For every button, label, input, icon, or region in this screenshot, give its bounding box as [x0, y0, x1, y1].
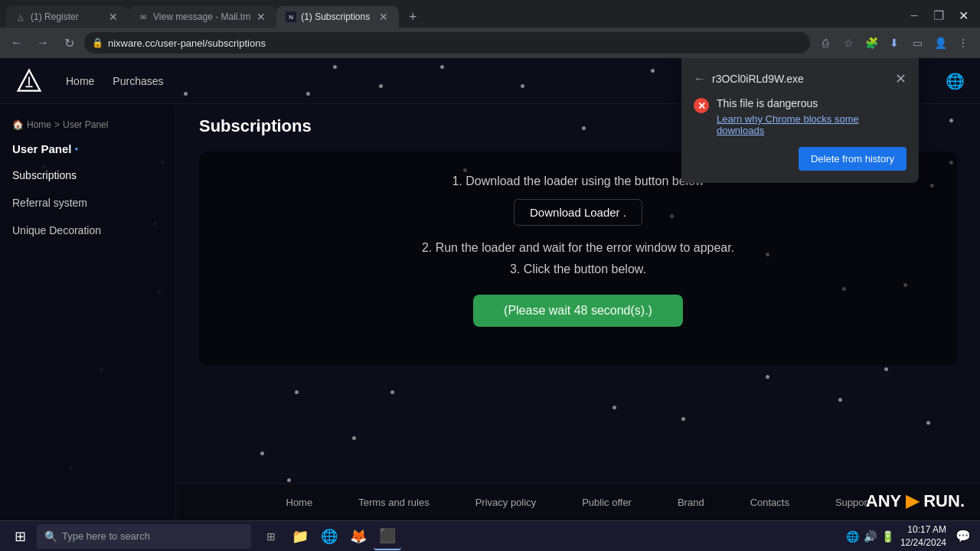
- sidebar: 🏠 Home > User Panel User Panel ● Subscri…: [0, 104, 176, 520]
- split-button[interactable]: ▭: [906, 32, 928, 54]
- breadcrumb: 🏠 Home > User Panel: [0, 119, 175, 142]
- profile-button[interactable]: 👤: [929, 32, 951, 54]
- battery-icon[interactable]: 🔋: [881, 530, 894, 543]
- step2-text: 2. Run the loader and wait for the error…: [214, 241, 942, 255]
- anyrun-suffix: RUN.: [923, 491, 965, 511]
- taskbar-app-firefox[interactable]: 🦊: [345, 523, 372, 550]
- notification-button[interactable]: 💬: [952, 526, 974, 547]
- taskbar-right: 🌐 🔊 🔋 10:17 AM 12/24/2024 💬: [846, 523, 974, 549]
- breadcrumb-separator: >: [54, 119, 60, 130]
- popup-body: ✕ This file is dangerous Learn why Chrom…: [694, 96, 906, 136]
- tab-title-subs: (1) Subscriptions: [301, 11, 373, 22]
- footer-offer[interactable]: Public offer: [582, 497, 632, 508]
- logo-icon: [15, 67, 43, 95]
- sidebar-section-title: User Panel ●: [0, 142, 175, 161]
- sidebar-dot: ●: [75, 145, 79, 152]
- nav-home[interactable]: Home: [66, 75, 94, 87]
- taskbar-app-file-explorer[interactable]: 📁: [286, 523, 314, 550]
- browser-toolbar: ← → ↻ 🔒 nixware.cc/user-panel/subscripti…: [0, 28, 980, 58]
- nav-links: Home Purchases: [66, 75, 164, 87]
- tab-close-subs[interactable]: ✕: [377, 11, 390, 23]
- globe-icon[interactable]: 🌐: [946, 72, 965, 90]
- close-button[interactable]: ✕: [952, 5, 974, 26]
- taskbar-app-edge[interactable]: 🌐: [315, 523, 343, 550]
- sidebar-item-subscriptions[interactable]: Subscriptions: [0, 161, 175, 189]
- tab-favicon-subs: N: [286, 11, 296, 22]
- anyrun-play-icon: ▶: [906, 491, 919, 511]
- search-icon: 🔍: [44, 530, 57, 543]
- breadcrumb-current: User Panel: [63, 119, 108, 130]
- share-button[interactable]: ⎙: [815, 32, 836, 54]
- nav-right: 🌐: [946, 72, 965, 90]
- tab-close-mail[interactable]: ✕: [255, 11, 267, 23]
- taskbar-date: 12/24/2024: [900, 536, 946, 549]
- popup-message-text: This file is dangerous: [717, 97, 818, 109]
- back-button[interactable]: ←: [6, 32, 28, 54]
- site-footer: Home Terms and rules Privacy policy Publ…: [176, 484, 980, 520]
- taskbar-search[interactable]: 🔍 Type here to search: [37, 524, 251, 549]
- sidebar-item-referral[interactable]: Referral system: [0, 189, 175, 217]
- search-placeholder: Type here to search: [62, 530, 150, 542]
- download-box: 1. Download the loader using the button …: [199, 152, 957, 366]
- tab-subscriptions[interactable]: N (1) Subscriptions ✕: [276, 6, 399, 28]
- breadcrumb-home-text: Home: [27, 119, 51, 130]
- taskbar-apps: ⊞ 📁 🌐 🦊 ⬛: [257, 523, 401, 550]
- anyrun-text: ANY: [866, 491, 901, 511]
- tab-title-mail: View message - Mail.tm: [153, 11, 250, 22]
- address-bar[interactable]: 🔒 nixware.cc/user-panel/subscriptions: [84, 32, 810, 54]
- start-button[interactable]: ⊞: [6, 523, 34, 550]
- bookmark-button[interactable]: ☆: [838, 32, 859, 54]
- restore-button[interactable]: ❐: [928, 5, 949, 26]
- sidebar-item-decoration[interactable]: Unique Decoration: [0, 217, 175, 244]
- extensions-button[interactable]: 🧩: [861, 32, 882, 54]
- taskbar-system-icons: 🌐 🔊 🔋: [846, 530, 894, 543]
- forward-button[interactable]: →: [32, 32, 54, 54]
- anyrun-logo: ANY ▶ RUN.: [866, 491, 965, 511]
- breadcrumb-home[interactable]: 🏠: [12, 119, 24, 130]
- step3-text: 3. Click the button below.: [214, 262, 942, 276]
- downloads-button[interactable]: ⬇: [884, 32, 905, 54]
- sidebar-title-text: User Panel: [12, 142, 72, 155]
- download-loader-button[interactable]: Download Loader .: [514, 199, 642, 226]
- popup-filename: r3OCl0iRLd9W.exe: [712, 73, 895, 85]
- lock-icon: 🔒: [92, 37, 103, 48]
- popup-close-button[interactable]: ✕: [895, 70, 906, 87]
- footer-brand[interactable]: Brand: [678, 497, 704, 508]
- website: Home Purchases 🌐 🏠 Home > User Panel Use…: [0, 58, 980, 520]
- wait-button[interactable]: (Please wait 48 second(s).): [473, 295, 683, 327]
- popup-back-button[interactable]: ←: [694, 72, 706, 86]
- tab-title-register: (1) Register: [31, 11, 103, 22]
- minimize-button[interactable]: –: [903, 5, 925, 26]
- volume-icon[interactable]: 🔊: [864, 530, 877, 543]
- tab-register[interactable]: △ (1) Register ✕: [6, 6, 129, 28]
- tab-mail[interactable]: ✉ View message - Mail.tm ✕: [129, 6, 276, 28]
- footer-terms[interactable]: Terms and rules: [358, 497, 429, 508]
- tab-favicon-mail: ✉: [138, 11, 149, 22]
- popup-message-container: This file is dangerous Learn why Chrome …: [717, 96, 906, 136]
- footer-contacts[interactable]: Contacts: [750, 497, 789, 508]
- refresh-button[interactable]: ↻: [58, 32, 80, 54]
- delete-from-history-button[interactable]: Delete from history: [799, 147, 906, 171]
- start-icon: ⊞: [15, 528, 26, 545]
- new-tab-button[interactable]: +: [402, 6, 423, 28]
- taskbar-app-chrome[interactable]: ⬛: [374, 523, 401, 550]
- network-icon[interactable]: 🌐: [846, 530, 859, 543]
- taskbar-clock: 10:17 AM: [900, 523, 946, 536]
- browser-frame: △ (1) Register ✕ ✉ View message - Mail.t…: [0, 0, 980, 551]
- nav-purchases[interactable]: Purchases: [113, 75, 163, 87]
- footer-home[interactable]: Home: [286, 497, 313, 508]
- toolbar-right: ⎙ ☆ 🧩 ⬇ ▭ 👤 ⋮: [815, 32, 974, 54]
- taskbar: ⊞ 🔍 Type here to search ⊞ 📁 🌐 🦊 ⬛ 🌐 🔊 🔋 …: [0, 520, 980, 551]
- popup-learn-more-link[interactable]: Learn why Chrome blocks some downloads: [717, 113, 906, 136]
- browser-titlebar: △ (1) Register ✕ ✉ View message - Mail.t…: [0, 0, 980, 28]
- popup-header: ← r3OCl0iRLd9W.exe ✕: [694, 70, 906, 87]
- taskbar-app-task-view[interactable]: ⊞: [257, 523, 285, 550]
- footer-support[interactable]: Support: [835, 497, 871, 508]
- menu-button[interactable]: ⋮: [952, 32, 974, 54]
- download-warning-popup: ← r3OCl0iRLd9W.exe ✕ ✕ This file is dang…: [681, 58, 919, 183]
- error-icon: ✕: [694, 98, 709, 113]
- tab-close-register[interactable]: ✕: [107, 11, 119, 23]
- address-text: nixware.cc/user-panel/subscriptions: [108, 37, 802, 49]
- footer-privacy[interactable]: Privacy policy: [475, 497, 536, 508]
- site-logo: [15, 67, 43, 95]
